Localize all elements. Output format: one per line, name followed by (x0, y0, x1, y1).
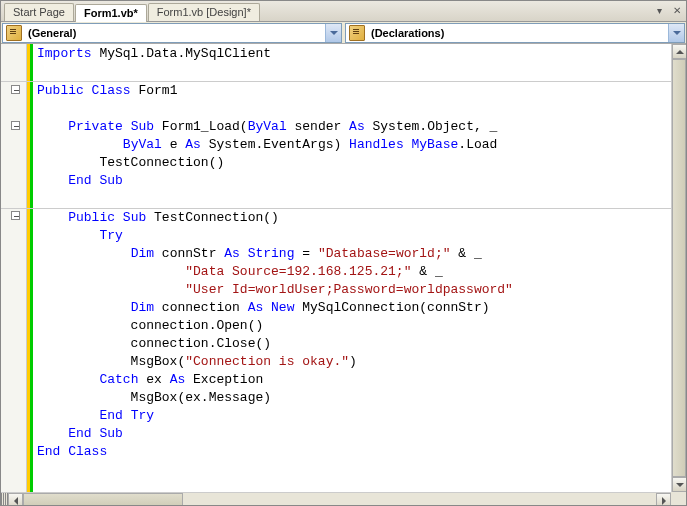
tab-menu-button[interactable]: ▾ (652, 3, 667, 17)
code-line[interactable] (37, 190, 671, 208)
member-dropdown-arrow[interactable] (668, 24, 684, 42)
tabs-bar: Start Page Form1.vb* Form1.vb [Design]* … (1, 1, 686, 22)
scope-dropdown-arrow[interactable] (325, 24, 341, 42)
code-line[interactable]: MsgBox("Connection is okay.") (37, 353, 671, 371)
general-icon (6, 25, 22, 41)
code-line[interactable] (37, 100, 671, 118)
code-line[interactable]: Imports MySql.Data.MySqlClient (37, 45, 671, 63)
code-line[interactable]: connection.Close() (37, 335, 671, 353)
split-handle[interactable] (1, 493, 8, 506)
editor-wrap: Imports MySql.Data.MySqlClientPublic Cla… (1, 44, 686, 506)
gutter[interactable] (1, 44, 27, 492)
tab-form1-design[interactable]: Form1.vb [Design]* (148, 3, 260, 21)
scroll-thumb-horizontal[interactable] (23, 493, 183, 506)
code-line[interactable]: Public Class Form1 (37, 82, 671, 100)
fold-toggle[interactable] (11, 121, 20, 130)
code-line[interactable]: End Class (37, 443, 671, 461)
dropdowns-bar: (General) (Declarations) (1, 22, 686, 44)
editor-viewport[interactable]: Imports MySql.Data.MySqlClientPublic Cla… (1, 44, 671, 492)
scroll-down-button[interactable] (672, 477, 687, 492)
declarations-icon (349, 25, 365, 41)
close-tab-button[interactable]: ✕ (669, 3, 684, 17)
member-label: (Declarations) (368, 27, 668, 39)
fold-toggle[interactable] (11, 211, 20, 220)
code-line[interactable]: Try (37, 227, 671, 245)
scroll-corner (671, 492, 686, 506)
code-line[interactable]: Private Sub Form1_Load(ByVal sender As S… (37, 118, 671, 136)
code-line[interactable]: Dim connection As New MySqlConnection(co… (37, 299, 671, 317)
code-line[interactable]: End Sub (37, 425, 671, 443)
saved-marker (30, 44, 33, 492)
fold-toggle[interactable] (11, 85, 20, 94)
tab-form1-vb[interactable]: Form1.vb* (75, 4, 147, 22)
scroll-right-button[interactable] (656, 493, 671, 506)
scroll-up-button[interactable] (672, 44, 687, 59)
scrollbar-vertical[interactable] (671, 44, 686, 492)
scrollbar-horizontal[interactable] (1, 492, 671, 506)
scroll-left-button[interactable] (8, 493, 23, 506)
code-line[interactable]: "User Id=worldUser;Password=worldpasswor… (37, 281, 671, 299)
code-line[interactable]: ByVal e As System.EventArgs) Handles MyB… (37, 136, 671, 154)
code-line[interactable] (37, 63, 671, 81)
code-line[interactable]: Catch ex As Exception (37, 371, 671, 389)
tab-start-page[interactable]: Start Page (4, 3, 74, 21)
code-line[interactable]: connection.Open() (37, 317, 671, 335)
scope-dropdown[interactable]: (General) (2, 23, 342, 43)
code-line[interactable]: End Try (37, 407, 671, 425)
code-line[interactable]: "Data Source=192.168.125.21;" & _ (37, 263, 671, 281)
member-dropdown[interactable]: (Declarations) (345, 23, 685, 43)
code-line[interactable]: TestConnection() (37, 154, 671, 172)
code-area[interactable]: Imports MySql.Data.MySqlClientPublic Cla… (37, 45, 671, 461)
scroll-thumb-vertical[interactable] (672, 59, 686, 477)
scope-label: (General) (25, 27, 325, 39)
code-line[interactable]: Dim connStr As String = "Database=world;… (37, 245, 671, 263)
code-line[interactable]: End Sub (37, 172, 671, 190)
code-line[interactable]: MsgBox(ex.Message) (37, 389, 671, 407)
code-line[interactable]: Public Sub TestConnection() (37, 209, 671, 227)
